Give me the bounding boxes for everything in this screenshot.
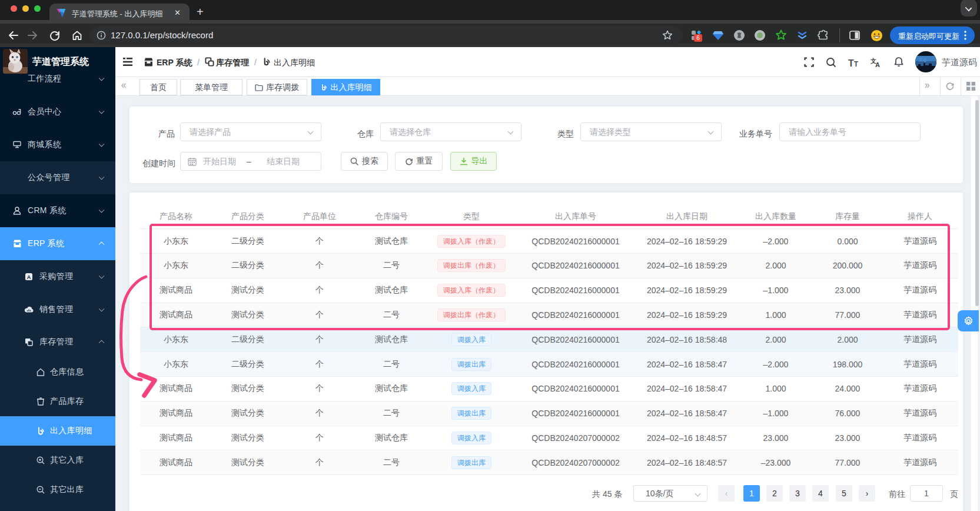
- svg-text:A: A: [875, 61, 880, 68]
- svg-text:文心: 文心: [918, 57, 928, 62]
- svg-text:A: A: [27, 274, 31, 280]
